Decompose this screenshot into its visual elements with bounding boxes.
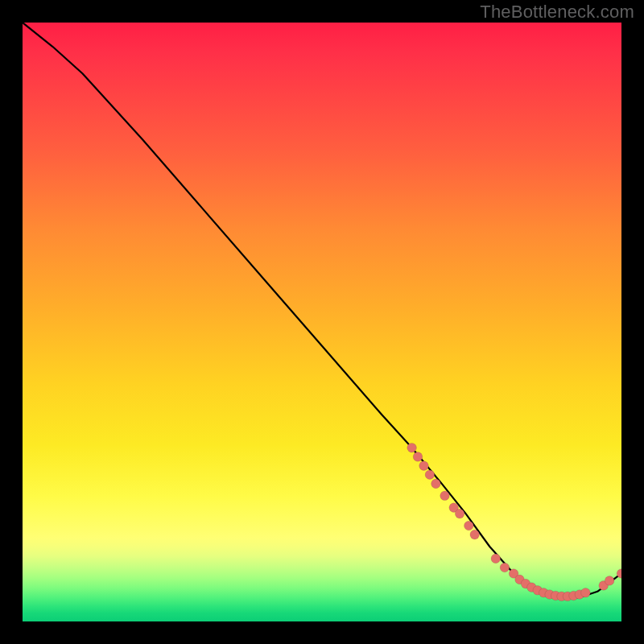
data-point bbox=[440, 491, 450, 501]
data-point bbox=[470, 530, 480, 539]
data-point bbox=[464, 521, 474, 530]
watermark-text: TheBottleneck.com bbox=[480, 2, 634, 23]
data-point bbox=[413, 452, 423, 462]
data-point bbox=[581, 588, 591, 598]
data-point bbox=[407, 443, 417, 452]
data-point bbox=[431, 479, 441, 489]
plot-area bbox=[23, 23, 621, 621]
series-curve bbox=[23, 23, 621, 597]
data-point bbox=[419, 461, 429, 471]
data-point bbox=[500, 563, 510, 572]
chart-frame: TheBottleneck.com bbox=[0, 0, 644, 644]
data-point bbox=[455, 509, 464, 518]
data-point bbox=[425, 470, 435, 480]
data-point bbox=[491, 554, 501, 564]
chart-svg bbox=[23, 23, 621, 621]
data-point bbox=[605, 576, 614, 586]
points-group bbox=[407, 443, 621, 601]
